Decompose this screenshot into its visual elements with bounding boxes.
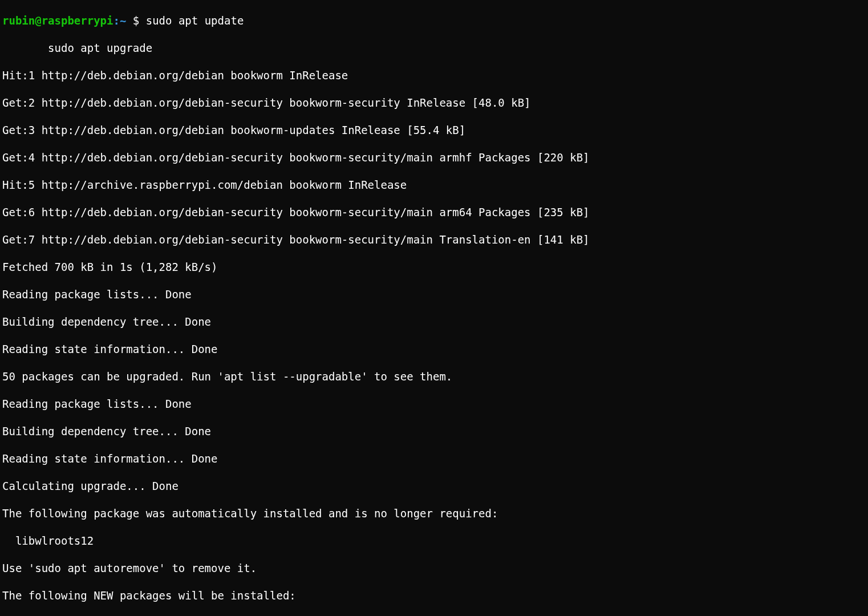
output-line: Get:4 http://deb.debian.org/debian-secur…	[2, 151, 866, 164]
output-line: 50 packages can be upgraded. Run 'apt li…	[2, 370, 866, 383]
output-line: Reading package lists... Done	[2, 287, 866, 301]
prompt-dollar: $	[126, 14, 145, 27]
command-text-2: sudo apt upgrade	[2, 41, 866, 55]
prompt-user: rubin	[2, 14, 35, 27]
output-line: Reading package lists... Done	[2, 397, 866, 411]
output-line: Get:7 http://deb.debian.org/debian-secur…	[2, 233, 866, 246]
output-line: Fetched 700 kB in 1s (1,282 kB/s)	[2, 260, 866, 274]
output-line: Get:3 http://deb.debian.org/debian bookw…	[2, 123, 866, 137]
output-line: The following package was automatically …	[2, 506, 866, 520]
prompt-path: ~	[120, 14, 126, 27]
terminal-window[interactable]: rubin@raspberrypi:~ $ sudo apt update su…	[0, 0, 868, 616]
output-line: Building dependency tree... Done	[2, 424, 866, 438]
prompt-host: raspberrypi	[42, 14, 113, 27]
output-line: Calculating upgrade... Done	[2, 479, 866, 493]
output-line: Get:6 http://deb.debian.org/debian-secur…	[2, 205, 866, 219]
output-line: libwlroots12	[2, 534, 866, 548]
output-line: Get:2 http://deb.debian.org/debian-secur…	[2, 96, 866, 110]
prompt-colon: :	[113, 14, 120, 27]
output-line: The following NEW packages will be insta…	[2, 589, 866, 602]
output-line: Reading state information... Done	[2, 342, 866, 356]
output-line: Hit:1 http://deb.debian.org/debian bookw…	[2, 68, 866, 82]
output-line: Reading state information... Done	[2, 452, 866, 465]
command-text-1: sudo apt update	[146, 14, 244, 27]
output-line: Building dependency tree... Done	[2, 315, 866, 329]
output-line: Hit:5 http://archive.raspberrypi.com/deb…	[2, 178, 866, 192]
prompt-at: @	[35, 14, 41, 27]
output-line: Use 'sudo apt autoremove' to remove it.	[2, 561, 866, 575]
prompt-line-1: rubin@raspberrypi:~ $ sudo apt update	[2, 14, 866, 27]
